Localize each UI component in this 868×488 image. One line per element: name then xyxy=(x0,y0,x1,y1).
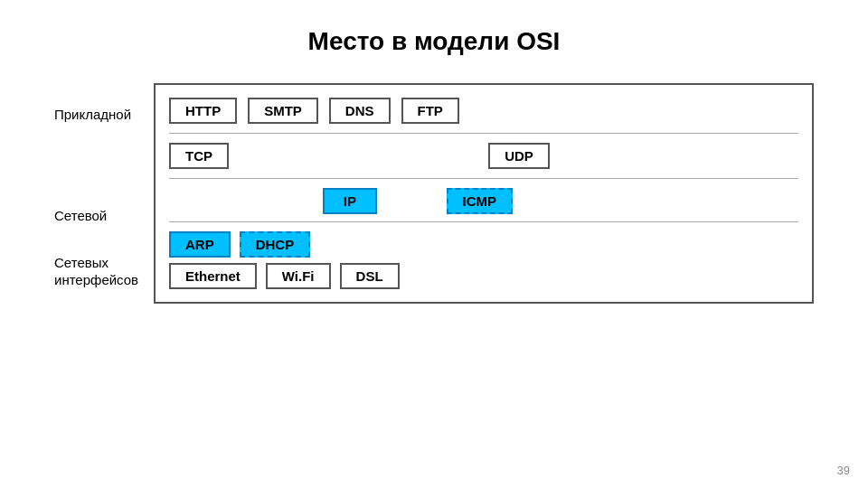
page-number: 39 xyxy=(837,464,850,477)
tcp-box: TCP xyxy=(169,143,229,169)
ethernet-box: Ethernet xyxy=(169,263,257,289)
application-layer-label: Прикладной xyxy=(54,107,140,122)
ip-box: IP xyxy=(323,188,377,214)
udp-box: UDP xyxy=(488,143,550,169)
smtp-box: SMTP xyxy=(248,98,318,124)
dhcp-box: DHCP xyxy=(240,231,311,258)
wifi-box: Wi.Fi xyxy=(266,263,331,289)
dsl-box: DSL xyxy=(340,263,400,289)
icmp-box: ICMP xyxy=(447,188,514,214)
http-box: HTTP xyxy=(169,98,237,124)
network-layer-label: Сетевой xyxy=(54,208,116,223)
arp-box: ARP xyxy=(169,231,231,258)
datalink-layer-label: Сетевых интерфейсов xyxy=(54,254,154,289)
page-title: Место в модели OSI xyxy=(0,27,868,56)
dns-box: DNS xyxy=(329,98,391,124)
ftp-box: FTP xyxy=(401,98,459,124)
